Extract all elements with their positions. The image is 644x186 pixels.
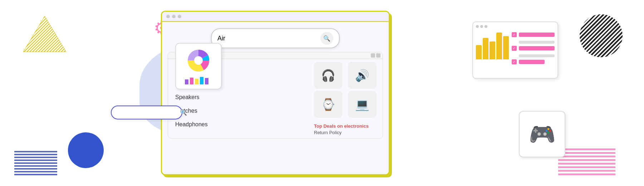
svg-rect-7 (190, 78, 193, 84)
floating-search-bar[interactable]: 🔍 (111, 106, 182, 119)
controller-widget: 🎮 (519, 111, 565, 157)
bar-chart-mini (184, 76, 213, 85)
chart-topbar (476, 25, 555, 28)
svg-rect-10 (205, 78, 208, 84)
chart-dot-2 (480, 25, 483, 28)
pie-chart-widget (175, 43, 222, 89)
dropdown-links: Top Deals on electronics Return Policy (314, 122, 380, 135)
browser-dot-2 (172, 15, 176, 18)
dropdown-item-speakers[interactable]: Speakers (168, 90, 311, 104)
product-thumb-speaker[interactable]: 🔊 (348, 62, 377, 89)
dropdown-ctrl-1 (371, 53, 375, 58)
product-thumb-headphones[interactable]: 🎧 (314, 62, 343, 89)
controller-icon: 🎮 (529, 122, 556, 147)
floating-search-icon: 🔍 (180, 109, 187, 116)
striped-circle-decoration (580, 14, 623, 57)
chart-dot-1 (476, 25, 479, 28)
chart-rows: ✓ ✓ ✓ (512, 32, 555, 64)
bar-2 (483, 38, 488, 59)
dropdown-ctrl-2 (376, 53, 380, 58)
check-2: ✓ (512, 46, 517, 51)
svg-rect-6 (185, 79, 188, 84)
svg-point-5 (194, 56, 203, 65)
main-search-bar[interactable]: 🔍 (211, 28, 340, 48)
top-deals-link[interactable]: Top Deals on electronics (314, 123, 380, 129)
chart-content: ✓ ✓ ✓ (476, 31, 555, 64)
product-thumb-watch[interactable]: ⌚ (314, 91, 343, 118)
dropdown-products-panel: 🎧 🔊 ⌚ 💻 Top Deals on electronics Return … (311, 59, 383, 138)
floating-search-input[interactable] (117, 110, 180, 116)
chart-dot-3 (485, 25, 487, 28)
chart-bars (476, 31, 509, 59)
chart-line-1 (519, 33, 555, 37)
browser-dot-3 (178, 15, 181, 18)
browser-topbar (162, 12, 389, 22)
main-search-input[interactable] (217, 35, 320, 42)
dropdown-item-watches[interactable]: Watches (168, 104, 311, 118)
bar-5 (503, 36, 509, 59)
browser-dot-1 (166, 15, 170, 18)
bar-1 (476, 45, 482, 59)
chart-line-2 (519, 46, 555, 50)
dropdown-item-headphones[interactable]: Headphones (168, 118, 311, 131)
chart-line-3 (519, 60, 545, 64)
blue-circle-decoration (68, 132, 104, 168)
pie-chart-svg (186, 48, 211, 73)
check-1: ✓ (512, 32, 517, 37)
svg-rect-9 (200, 77, 203, 84)
chart-line-thin-1 (519, 41, 555, 44)
chart-row-2: ✓ (512, 46, 555, 51)
svg-marker-3 (23, 16, 66, 52)
chart-row-3: ✓ (512, 59, 555, 64)
browser-window: 🔍 AirPods Macbook Air Speakers Watches H… (161, 11, 390, 175)
bar-4 (496, 33, 502, 59)
bar-3 (490, 41, 495, 59)
chart-row-1: ✓ (512, 32, 555, 37)
pink-stripes-decoration (558, 147, 615, 175)
blue-stripes-decoration (14, 150, 57, 175)
return-policy-link[interactable]: Return Policy (314, 130, 380, 135)
check-3: ✓ (512, 59, 517, 64)
yellow-triangle-decoration (21, 14, 68, 55)
product-thumb-laptop[interactable]: 💻 (348, 91, 377, 118)
chart-line-thin-2 (519, 54, 555, 57)
product-thumbnails: 🎧 🔊 ⌚ 💻 (314, 62, 380, 118)
main-search-button[interactable]: 🔍 (320, 32, 333, 45)
svg-rect-8 (195, 79, 198, 84)
chart-widget: ✓ ✓ ✓ (472, 21, 558, 79)
